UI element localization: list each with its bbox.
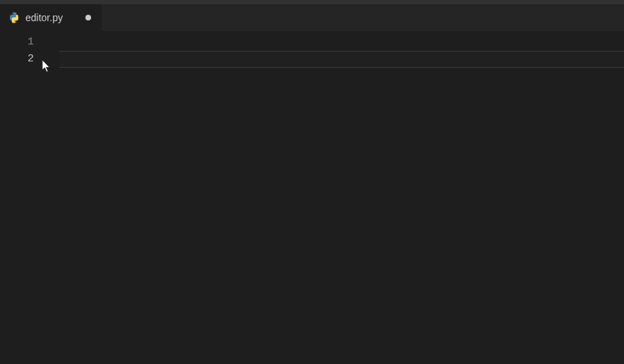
code-line[interactable] — [44, 34, 624, 51]
line-number-gutter: 12 — [0, 31, 44, 364]
editor-area[interactable]: 12 — [0, 31, 624, 364]
editor-tab[interactable]: editor.py — [0, 4, 102, 31]
unsaved-indicator-icon[interactable] — [82, 11, 95, 24]
line-number: 2 — [0, 51, 44, 68]
python-file-icon — [8, 12, 20, 23]
line-number: 1 — [0, 34, 44, 51]
code-content[interactable] — [44, 31, 624, 364]
tab-bar: editor.py — [0, 4, 624, 31]
tab-filename: editor.py — [25, 12, 63, 23]
code-line[interactable] — [44, 51, 624, 68]
